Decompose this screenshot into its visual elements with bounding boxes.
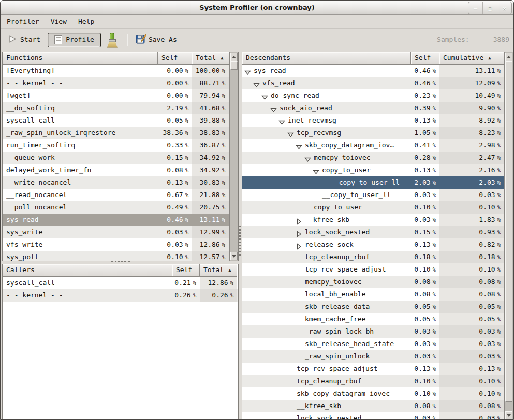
tree-row[interactable]: copy_to_user0.10%0.10% (242, 201, 504, 214)
menu-view[interactable]: View (51, 15, 67, 28)
tree-row[interactable]: lock_sock_nested0.15%0.93% (242, 226, 504, 238)
menu-help[interactable]: Help (78, 15, 94, 28)
tree-row[interactable]: copy_to_user0.13%2.16% (242, 164, 504, 176)
functions-scrollbar[interactable] (229, 52, 238, 261)
table-row[interactable]: __queue_work0.15%34.92% (3, 152, 229, 164)
table-row[interactable]: sys_poll0.10%12.57% (3, 251, 229, 261)
expander-open-icon[interactable] (253, 80, 260, 87)
table-row[interactable]: sys_read0.46%13.11% (3, 214, 229, 226)
expander-closed-icon[interactable] (296, 242, 302, 248)
minimize-button[interactable]: – (468, 2, 482, 14)
tree-row[interactable]: inet_recvmsg0.13%8.92% (242, 114, 504, 127)
table-row[interactable]: vfs_write0.03%12.86% (3, 238, 229, 251)
expander-open-icon[interactable] (244, 68, 251, 74)
close-button[interactable]: ✕ (497, 2, 511, 14)
column-header-self[interactable]: Self (158, 52, 192, 65)
column-header-self[interactable]: Self (411, 52, 439, 65)
scroll-down-button[interactable] (230, 252, 238, 260)
table-row[interactable]: sys_write0.03%12.99% (3, 226, 229, 238)
tree-row[interactable]: __kfree_skb0.08%0.08% (242, 400, 504, 412)
value-cell: 30.83% (192, 176, 229, 189)
tree-row[interactable]: memcpy_toiovec0.08%0.08% (242, 276, 504, 288)
tree-row[interactable]: tcp_cleanup_rbuf0.18%0.18% (242, 251, 504, 263)
percent-sign: % (433, 130, 436, 136)
table-row[interactable]: __write_nocancel0.13%30.83% (3, 176, 229, 189)
maximize-button[interactable]: □ (482, 2, 497, 14)
menu-profiler[interactable]: Profiler (7, 15, 39, 28)
column-header-callers[interactable]: Callers (3, 264, 172, 277)
tree-row[interactable]: __copy_to_user_ll0.03%0.03% (242, 189, 504, 201)
value-cell: 0.28% (411, 152, 439, 164)
expander-open-icon[interactable] (313, 167, 319, 174)
expander-closed-icon[interactable] (296, 229, 302, 236)
tree-row[interactable]: skb_release_head_state0.03%0.03% (242, 338, 504, 350)
percent-sign: % (185, 105, 188, 111)
tree-row[interactable]: do_sync_read0.23%10.49% (242, 89, 504, 102)
expander-open-icon[interactable] (278, 117, 285, 124)
scroll-up-button[interactable] (230, 53, 238, 61)
tree-row[interactable]: vfs_read0.46%12.09% (242, 77, 504, 89)
table-row[interactable]: syscall_call0.21%12.86% (3, 277, 238, 289)
expander-open-icon[interactable] (296, 142, 302, 149)
tree-row[interactable]: kmem_cache_free0.05%0.05% (242, 313, 504, 325)
expander-open-icon[interactable] (304, 155, 311, 161)
tree-row[interactable]: __kfree_skb0.03%1.83% (242, 214, 504, 226)
titlebar[interactable]: System Profiler (on crownbay) – □ ✕ (1, 1, 513, 15)
tree-row[interactable]: skb_copy_datagram_iov…0.41%2.98% (242, 139, 504, 152)
tree-row[interactable]: tcp_rcv_space_adjust0.13%0.13% (242, 363, 504, 375)
tree-row[interactable]: skb_release_data0.05%0.05% (242, 301, 504, 313)
value-cell: 0.03% (439, 350, 504, 363)
table-row[interactable]: syscall_call0.05%39.88% (3, 114, 229, 127)
column-header-self[interactable]: Self (172, 264, 200, 277)
tree-row[interactable]: skb_copy_datagram_iovec0.10%0.10% (242, 387, 504, 400)
tree-row[interactable]: sock_aio_read0.39%9.90% (242, 102, 504, 114)
expander-closed-icon[interactable] (296, 217, 302, 223)
horizontal-splitter-grip[interactable] (111, 261, 130, 262)
column-header-cumulative[interactable]: Cumulative▲ (439, 52, 504, 65)
table-row[interactable]: run_timer_softirq0.33%36.87% (3, 139, 229, 152)
table-row[interactable]: - - kernel - -0.00%88.71% (3, 77, 229, 89)
tree-row[interactable]: _raw_spin_lock_bh0.03%0.03% (242, 325, 504, 338)
scroll-thumb[interactable] (505, 61, 512, 402)
tree-row[interactable]: lock_sock_nested0.03%0.03% (242, 412, 504, 420)
tree-row[interactable]: _raw_spin_unlock0.03%0.03% (242, 350, 504, 363)
expander-open-icon[interactable] (287, 130, 294, 137)
percent-sign: % (433, 155, 436, 161)
descendants-scrollbar[interactable] (504, 52, 513, 420)
value-cell: 0.10% (439, 263, 504, 276)
save-as-button[interactable]: Save As (131, 32, 181, 48)
table-row[interactable]: __read_nocancel0.67%21.88% (3, 189, 229, 201)
tree-row[interactable]: __copy_to_user_ll2.03%2.03% (242, 176, 504, 189)
table-row[interactable]: [Everything]0.00%100.00% (3, 65, 229, 77)
tree-row[interactable]: tcp_recvmsg1.05%8.23% (242, 127, 504, 139)
brush-button[interactable] (102, 31, 122, 49)
function-name: run_timer_softirq (6, 139, 75, 152)
toolbar-separator (127, 34, 127, 46)
tree-row[interactable]: sys_read0.46%13.11% (242, 65, 504, 77)
column-header-descendants[interactable]: Descendants (242, 52, 411, 65)
tree-row[interactable]: tcp_cleanup_rbuf0.10%0.10% (242, 375, 504, 387)
column-header-total[interactable]: Total▲ (200, 264, 237, 277)
value-cell: 12.86% (192, 238, 229, 251)
tree-row[interactable]: memcpy_toiovec0.28%2.47% (242, 152, 504, 164)
table-row[interactable]: delayed_work_timer_fn0.08%34.92% (3, 164, 229, 176)
table-row[interactable]: __poll_nocancel0.49%20.75% (3, 201, 229, 214)
table-row[interactable]: __do_softirq2.19%41.68% (3, 102, 229, 114)
value-cell: 88.71% (192, 77, 229, 89)
table-row[interactable]: - - kernel - -0.26%0.26% (3, 289, 238, 302)
expander-open-icon[interactable] (270, 105, 277, 112)
scroll-up-button[interactable] (505, 53, 512, 61)
profile-toggle-button[interactable]: Profile (48, 33, 101, 47)
scroll-thumb[interactable] (230, 61, 238, 70)
expander-open-icon[interactable] (261, 93, 268, 99)
table-row[interactable]: _raw_spin_unlock_irqrestore38.36%38.83% (3, 127, 229, 139)
tree-row[interactable]: local_bh_enable0.08%0.08% (242, 288, 504, 301)
start-button[interactable]: Start (5, 33, 45, 47)
table-row[interactable]: [wget]0.00%79.94% (3, 89, 229, 102)
scroll-down-button[interactable] (505, 411, 512, 419)
column-header-functions[interactable]: Functions (3, 52, 158, 65)
column-header-total[interactable]: Total▲ (192, 52, 229, 65)
vertical-splitter-grip[interactable] (239, 226, 241, 256)
tree-row[interactable]: tcp_rcv_space_adjust0.10%0.10% (242, 263, 504, 276)
tree-row[interactable]: release_sock0.13%0.82% (242, 238, 504, 251)
